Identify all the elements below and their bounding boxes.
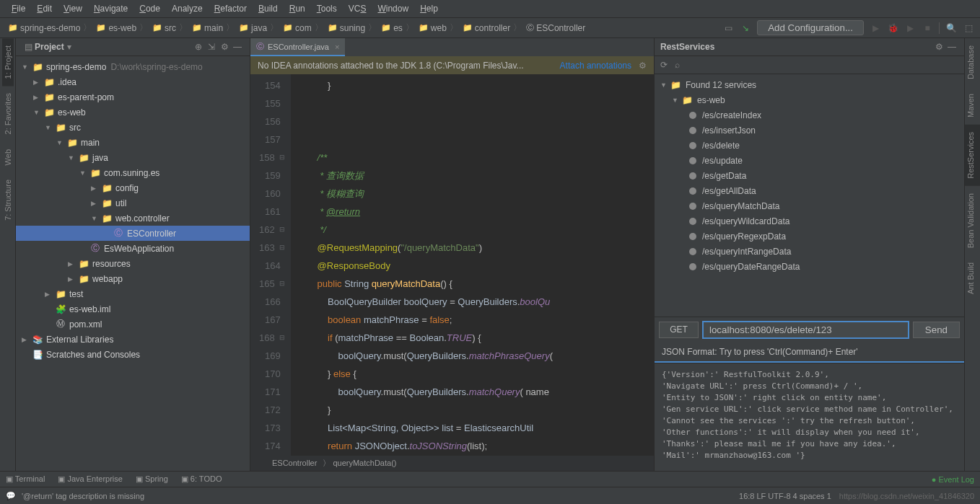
breadcrumb-spring-es-demo[interactable]: 📁spring-es-demo: [6, 22, 94, 34]
gear-icon[interactable]: ⚙: [218, 42, 231, 52]
menu-refactor[interactable]: Refactor: [209, 2, 253, 15]
breadcrumb-web[interactable]: 📁web: [416, 22, 460, 34]
menu-tools[interactable]: Tools: [311, 2, 343, 15]
right-tab-database[interactable]: Database: [965, 38, 980, 87]
tree-item-test[interactable]: ▶📁test: [16, 286, 250, 301]
search-everywhere-icon[interactable]: 🔍: [945, 22, 957, 34]
tree-item-esweb[interactable]: ▼📁es-web: [16, 105, 250, 120]
endpoint-es-queryMatchData[interactable]: /es/queryMatchData: [655, 198, 964, 213]
menu-vcs[interactable]: VCS: [343, 2, 372, 15]
menu-file[interactable]: File: [6, 2, 31, 15]
breadcrumb-java[interactable]: 📁java: [237, 22, 281, 34]
bottom-tab-spring[interactable]: ▣ Spring: [136, 474, 168, 484]
right-tab-antbuild[interactable]: Ant Build: [965, 255, 980, 301]
url-input[interactable]: [703, 322, 909, 338]
stop-icon[interactable]: ■: [922, 22, 933, 34]
bottom-tab-javaenterprise[interactable]: ▣ Java Enterprise: [58, 474, 122, 484]
breadcrumb-es[interactable]: 📁es: [379, 22, 416, 34]
refresh-icon[interactable]: ⟳: [660, 60, 668, 70]
tree-item-scratchesandconsoles[interactable]: 📑Scratches and Consoles: [16, 347, 250, 362]
add-configuration-button[interactable]: Add Configuration...: [757, 20, 864, 35]
tree-item-escontroller[interactable]: ⒸESController: [16, 226, 250, 241]
bottom-tab-todo[interactable]: ▣ 6: TODO: [181, 474, 222, 484]
endpoint-es-getAllData[interactable]: /es/getAllData: [655, 183, 964, 198]
left-tab-project[interactable]: 1: Project: [2, 38, 14, 86]
code-editor[interactable]: } /** * 查询数据 * 模糊查询 * @return */ @Reques…: [291, 74, 654, 456]
device-icon[interactable]: ▭: [722, 22, 734, 34]
breadcrumb-com[interactable]: 📁com: [281, 22, 325, 34]
tree-item-esparentpom[interactable]: ▶📁es-parent-pom: [16, 89, 250, 105]
tree-item-main[interactable]: ▼📁main: [16, 135, 250, 150]
debug-icon[interactable]: 🐞: [887, 22, 898, 34]
rest-module[interactable]: ▼📁es-web: [655, 92, 964, 107]
menu-help[interactable]: Help: [414, 2, 444, 15]
send-button[interactable]: Send: [913, 322, 960, 338]
breadcrumb-escontroller[interactable]: ⒸESController: [524, 22, 590, 34]
collapse-icon[interactable]: ⇲: [205, 42, 218, 52]
tree-item-java[interactable]: ▼📁java: [16, 150, 250, 165]
ide-settings-icon[interactable]: ⬚: [963, 22, 974, 34]
gear-icon[interactable]: ⚙: [932, 42, 945, 52]
tree-item-src[interactable]: ▼📁src: [16, 120, 250, 135]
breadcrumb-es-web[interactable]: 📁es-web: [94, 22, 150, 34]
tree-item-idea[interactable]: ▶📁.idea: [16, 74, 250, 89]
menu-build[interactable]: Build: [253, 2, 284, 15]
endpoint-es-getData[interactable]: /es/getData: [655, 168, 964, 183]
tree-item-eswebiml[interactable]: 🧩es-web.iml: [16, 301, 250, 317]
hammer-icon[interactable]: ↘: [740, 22, 751, 34]
left-tab-favorites[interactable]: 2: Favorites: [2, 86, 14, 141]
left-tab-web[interactable]: Web: [2, 142, 14, 172]
menu-edit[interactable]: Edit: [31, 2, 58, 15]
close-tab-icon[interactable]: ×: [335, 43, 339, 51]
endpoint-es-update[interactable]: /es/update: [655, 153, 964, 168]
locate-icon[interactable]: ⊕: [192, 42, 205, 52]
right-tab-maven[interactable]: Maven: [965, 87, 980, 125]
endpoint-es-queryDateRangeData[interactable]: /es/queryDateRangeData: [655, 259, 964, 274]
left-tab-structure[interactable]: 7: Structure: [2, 172, 14, 228]
tree-item-util[interactable]: ▶📁util: [16, 195, 250, 211]
hide-icon[interactable]: —: [945, 42, 958, 52]
menu-navigate[interactable]: Navigate: [88, 2, 134, 15]
tree-item-comsuninges[interactable]: ▼📁com.suning.es: [16, 165, 250, 180]
tree-item-eswebapplication[interactable]: ⒸEsWebApplication: [16, 241, 250, 256]
right-tab-restservices[interactable]: RestServices: [965, 125, 980, 186]
endpoint-es-queryIntRangeData[interactable]: /es/queryIntRangeData: [655, 244, 964, 259]
menu-code[interactable]: Code: [134, 2, 166, 15]
run-icon[interactable]: ▶: [870, 22, 881, 34]
endpoint-es-insertJson[interactable]: /es/insertJson: [655, 123, 964, 138]
endpoint-es-delete[interactable]: /es/delete: [655, 138, 964, 153]
tree-item-webcontroller[interactable]: ▼📁web.controller: [16, 211, 250, 226]
tree-item-webapp[interactable]: ▶📁webapp: [16, 271, 250, 286]
tree-item-resources[interactable]: ▶📁resources: [16, 256, 250, 271]
hide-icon[interactable]: —: [231, 42, 244, 52]
menu-analyze[interactable]: Analyze: [166, 2, 209, 15]
tree-item-pomxml[interactable]: Ⓜpom.xml: [16, 317, 250, 332]
rest-found-root[interactable]: ▼📁Found 12 services: [655, 77, 964, 92]
breadcrumb-controller[interactable]: 📁controller: [460, 22, 524, 34]
editor-tab-escontroller[interactable]: Ⓒ ESController.java ×: [250, 38, 345, 56]
right-tab-beanvalidation[interactable]: Bean Validation: [965, 186, 980, 255]
menu-view[interactable]: View: [58, 2, 88, 15]
menu-window[interactable]: Window: [372, 2, 414, 15]
bottom-tab-terminal[interactable]: ▣ Terminal: [6, 474, 45, 484]
tree-item-config[interactable]: ▶📁config: [16, 180, 250, 195]
tree-item-springesdemo[interactable]: ▼📁spring-es-demoD:\work\spring-es-demo: [16, 59, 250, 74]
breadcrumb-src[interactable]: 📁src: [150, 22, 190, 34]
http-method-select[interactable]: GET: [659, 322, 699, 338]
menu-run[interactable]: Run: [284, 2, 311, 15]
search-icon[interactable]: ⌕: [675, 60, 680, 70]
breadcrumb-main[interactable]: 📁main: [190, 22, 237, 34]
notification-gear-icon[interactable]: ⚙: [639, 61, 647, 71]
endpoint-es-queryWildcardData[interactable]: /es/queryWildcardData: [655, 213, 964, 229]
project-view-icon[interactable]: ▤: [22, 42, 35, 52]
attach-annotations-link[interactable]: Attach annotations: [560, 61, 631, 71]
endpoint-es-queryRegexpData[interactable]: /es/queryRegexpData: [655, 229, 964, 244]
crumb-class[interactable]: ESController: [272, 459, 317, 467]
breadcrumb-suning[interactable]: 📁suning: [325, 22, 379, 34]
event-log-button[interactable]: ● Event Log: [932, 475, 974, 484]
rest-response-body[interactable]: {'Version':' RestfulToolkit 2.0.9', 'Nav…: [655, 363, 964, 471]
crumb-method[interactable]: queryMatchData(): [333, 459, 396, 467]
tree-item-externallibraries[interactable]: ▶📚External Libraries: [16, 332, 250, 347]
coverage-icon[interactable]: ▶: [904, 22, 916, 34]
endpoint-es-createIndex[interactable]: /es/createIndex: [655, 107, 964, 123]
